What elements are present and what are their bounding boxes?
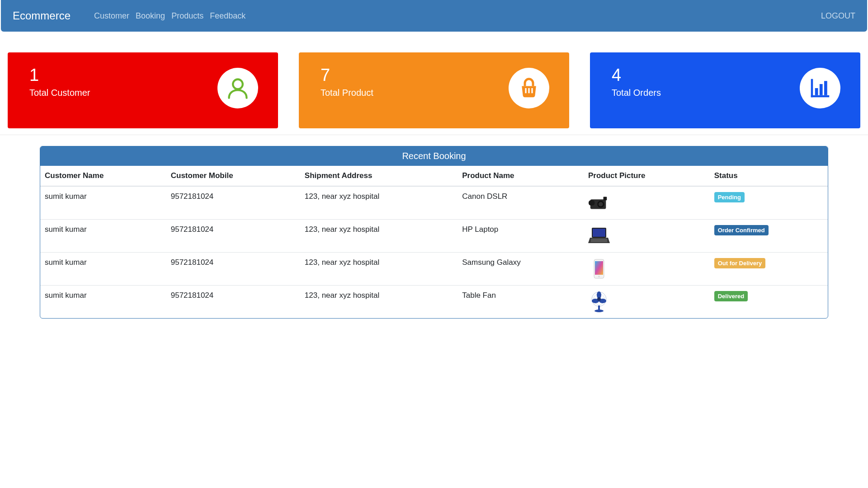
cell-customer-mobile: 9572181024 — [166, 220, 300, 253]
svg-rect-5 — [811, 95, 830, 98]
product-image — [588, 291, 610, 313]
booking-table: Customer Name Customer Mobile Shipment A… — [40, 166, 828, 318]
chart-icon — [800, 68, 840, 108]
stat-label: Total Orders — [612, 88, 661, 98]
stat-card-customers[interactable]: 1 Total Customer — [8, 52, 278, 128]
stat-card-orders[interactable]: 4 Total Orders — [590, 52, 860, 128]
cell-status: Order Confirmed — [710, 220, 828, 253]
cell-product-picture — [584, 220, 710, 253]
status-badge: Order Confirmed — [714, 225, 769, 235]
nav-link-feedback[interactable]: Feedback — [210, 11, 245, 21]
nav-links: Customer Booking Products Feedback — [94, 11, 245, 21]
cell-shipment-address: 123, near xyz hospital — [300, 253, 458, 286]
cell-customer-name: sumit kumar — [40, 286, 166, 319]
cell-product-picture — [584, 186, 710, 220]
stat-label: Total Customer — [29, 88, 90, 98]
cell-status: Delivered — [710, 286, 828, 319]
stat-cards-row: 1 Total Customer 7 Total Product — [0, 32, 868, 135]
booking-section: Recent Booking Customer Name Customer Mo… — [0, 135, 868, 337]
booking-panel-title: Recent Booking — [40, 146, 828, 166]
cell-status: Out for Delivery — [710, 253, 828, 286]
cell-customer-name: sumit kumar — [40, 186, 166, 220]
svg-rect-27 — [598, 305, 600, 310]
status-badge: Out for Delivery — [714, 258, 766, 268]
stat-card-products[interactable]: 7 Total Product — [299, 52, 569, 128]
nav-right: LOGOUT — [821, 11, 855, 21]
cell-product-name: Samsung Galaxy — [458, 253, 584, 286]
svg-rect-19 — [595, 261, 603, 275]
table-header-row: Customer Name Customer Mobile Shipment A… — [40, 166, 828, 186]
user-icon — [217, 68, 258, 108]
table-row: sumit kumar9572181024123, near xyz hospi… — [40, 220, 828, 253]
svg-rect-1 — [525, 88, 526, 93]
svg-rect-3 — [531, 88, 533, 93]
cell-product-name: Canon DSLR — [458, 186, 584, 220]
svg-point-12 — [599, 202, 603, 206]
svg-rect-13 — [604, 197, 607, 201]
product-image — [588, 258, 610, 280]
cell-product-name: HP Laptop — [458, 220, 584, 253]
product-image — [588, 225, 610, 247]
brand[interactable]: Ecommerce — [13, 9, 71, 22]
col-product-picture: Product Picture — [584, 166, 710, 186]
col-customer-mobile: Customer Mobile — [166, 166, 300, 186]
table-row: sumit kumar9572181024123, near xyz hospi… — [40, 186, 828, 220]
svg-rect-8 — [824, 81, 827, 95]
table-row: sumit kumar9572181024123, near xyz hospi… — [40, 286, 828, 319]
table-row: sumit kumar9572181024123, near xyz hospi… — [40, 253, 828, 286]
cell-customer-mobile: 9572181024 — [166, 253, 300, 286]
svg-rect-4 — [811, 79, 813, 98]
stat-value: 1 — [29, 65, 90, 86]
nav-link-products[interactable]: Products — [171, 11, 203, 21]
cell-status: Pending — [710, 186, 828, 220]
svg-rect-2 — [528, 88, 529, 93]
cell-product-picture — [584, 286, 710, 319]
logout-link[interactable]: LOGOUT — [821, 11, 855, 20]
cell-customer-mobile: 9572181024 — [166, 286, 300, 319]
nav-link-customer[interactable]: Customer — [94, 11, 129, 21]
cell-customer-name: sumit kumar — [40, 253, 166, 286]
cell-customer-name: sumit kumar — [40, 220, 166, 253]
svg-rect-7 — [820, 84, 823, 95]
col-shipment-address: Shipment Address — [300, 166, 458, 186]
svg-point-26 — [597, 297, 601, 301]
product-image — [588, 192, 610, 214]
cell-shipment-address: 123, near xyz hospital — [300, 286, 458, 319]
svg-point-20 — [598, 276, 600, 277]
cell-product-picture — [584, 253, 710, 286]
svg-rect-15 — [593, 229, 605, 237]
stat-value: 7 — [321, 65, 373, 86]
booking-panel: Recent Booking Customer Name Customer Mo… — [40, 146, 828, 319]
stat-value: 4 — [612, 65, 661, 86]
cell-customer-mobile: 9572181024 — [166, 186, 300, 220]
col-customer-name: Customer Name — [40, 166, 166, 186]
col-product-name: Product Name — [458, 166, 584, 186]
cell-shipment-address: 123, near xyz hospital — [300, 186, 458, 220]
svg-rect-6 — [815, 88, 818, 95]
status-badge: Delivered — [714, 291, 748, 301]
stat-label: Total Product — [321, 88, 373, 98]
cell-shipment-address: 123, near xyz hospital — [300, 220, 458, 253]
cell-product-name: Table Fan — [458, 286, 584, 319]
navbar: Ecommerce Customer Booking Products Feed… — [1, 0, 867, 32]
svg-rect-10 — [589, 200, 594, 206]
nav-link-booking[interactable]: Booking — [136, 11, 165, 21]
svg-point-28 — [594, 310, 604, 312]
basket-icon — [509, 68, 549, 108]
svg-point-0 — [233, 80, 243, 89]
svg-rect-17 — [591, 239, 607, 242]
col-status: Status — [710, 166, 828, 186]
status-badge: Pending — [714, 192, 745, 202]
